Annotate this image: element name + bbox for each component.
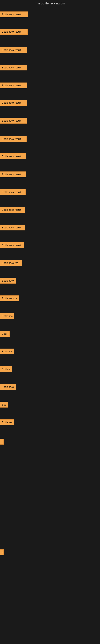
bottleneck-result-item[interactable]: Bottleneck result <box>0 172 26 177</box>
bottleneck-result-item[interactable]: Bottleneck res <box>0 260 22 266</box>
bottleneck-result-item[interactable]: Bottleneck result <box>0 153 26 159</box>
bottleneck-result-item[interactable]: Bottleneck result <box>0 242 24 248</box>
bottleneck-result-item[interactable]: Bottlen <box>0 366 12 372</box>
bottleneck-result-item[interactable]: | <box>0 439 3 444</box>
bottleneck-result-item[interactable]: Bottleneck result <box>0 82 27 88</box>
bottleneck-result-item[interactable]: Bottleneck result <box>0 12 28 17</box>
bottleneck-result-item[interactable]: Bottlenec <box>0 420 14 425</box>
bottleneck-result-item[interactable]: Bottlenec <box>0 313 14 319</box>
bottleneck-result-item[interactable]: Bottleneck result <box>0 207 25 213</box>
bottleneck-result-item[interactable]: Bottleneck <box>0 384 16 390</box>
site-title: TheBottlenecker.com <box>0 0 100 7</box>
bottleneck-result-item[interactable]: Bottl <box>0 331 10 337</box>
bottleneck-result-item[interactable]: Bottleneck result <box>0 118 27 124</box>
bottleneck-result-item[interactable]: Bott <box>0 402 8 408</box>
bottleneck-result-item[interactable]: Bottleneck result <box>0 29 28 34</box>
bottleneck-result-item[interactable]: Bottleneck re <box>0 296 19 301</box>
bottleneck-result-item[interactable]: Bottleneck result <box>0 100 27 106</box>
bottleneck-result-item[interactable]: Bottleneck result <box>0 64 27 70</box>
bottleneck-result-item[interactable]: = <box>0 550 3 555</box>
bottleneck-result-item[interactable]: Bottleneck result <box>0 47 27 53</box>
bottleneck-result-item[interactable]: Bottleneck <box>0 278 16 284</box>
bottleneck-result-item[interactable]: Bottlenec <box>0 348 14 354</box>
bottleneck-result-item[interactable]: Bottleneck result <box>0 136 27 142</box>
bottleneck-result-item[interactable]: Bottleneck result <box>0 189 26 195</box>
bottleneck-result-item[interactable]: Bottleneck result <box>0 224 25 230</box>
